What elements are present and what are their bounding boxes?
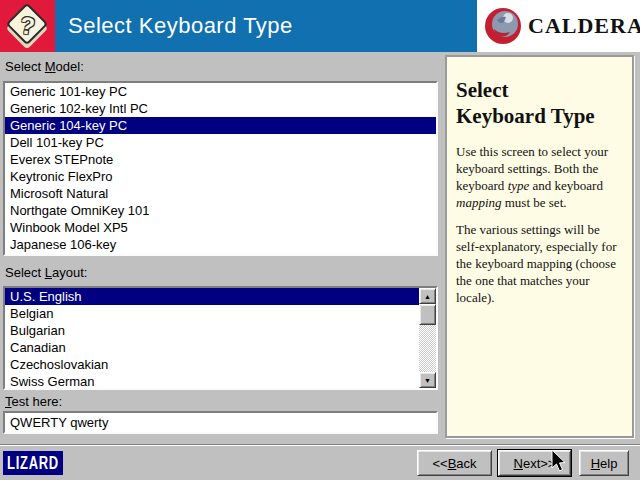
test-label: Test here: xyxy=(5,394,62,409)
caldera-wordmark: CALDERA xyxy=(528,13,640,39)
layout-listbox[interactable]: U.S. English Belgian Bulgarian Canadian … xyxy=(3,286,438,390)
step-icon-box: ? xyxy=(0,0,55,52)
list-item[interactable]: Everex STEPnote xyxy=(5,151,436,168)
help-title: SelectKeyboard Type xyxy=(456,77,623,129)
globe-icon xyxy=(484,7,522,45)
list-item[interactable]: Generic 101-key PC xyxy=(5,83,436,100)
list-item[interactable]: Bulgarian xyxy=(5,322,419,339)
list-item[interactable]: Microsoft Natural xyxy=(5,185,436,202)
list-item[interactable]: Winbook Model XP5 xyxy=(5,219,436,236)
list-item-selected[interactable]: U.S. English xyxy=(5,288,419,305)
layout-scrollbar[interactable]: ▲ ▼ xyxy=(419,288,436,388)
list-item[interactable]: Keytronic FlexPro xyxy=(5,168,436,185)
lizard-logo: LIZARD xyxy=(3,451,63,475)
back-button[interactable]: <<Back xyxy=(417,450,492,476)
list-item-selected[interactable]: Generic 104-key PC xyxy=(5,117,436,134)
help-paragraph: Use this screen to select your keyboard … xyxy=(456,143,623,211)
page-title: Select Keyboard Type xyxy=(55,13,293,39)
header-bar: Select Keyboard Type xyxy=(55,0,477,52)
scrollbar-thumb[interactable] xyxy=(419,304,436,325)
question-mark-glyph: ? xyxy=(0,0,55,52)
list-item[interactable]: Dell 101-key PC xyxy=(5,134,436,151)
footer-separator xyxy=(0,444,640,446)
list-item[interactable]: Czechoslovakian xyxy=(5,356,419,373)
scroll-down-icon[interactable]: ▼ xyxy=(419,372,436,388)
keyboard-test-input[interactable] xyxy=(3,411,438,434)
model-label: Select Model: xyxy=(5,59,84,74)
help-paragraph: The various settings will be self-explan… xyxy=(456,221,623,306)
brand-area: CALDERA xyxy=(477,0,640,52)
list-item[interactable]: Japanese 106-key xyxy=(5,236,436,253)
list-item[interactable]: Swiss German xyxy=(5,373,419,390)
list-item[interactable]: Northgate OmniKey 101 xyxy=(5,202,436,219)
list-item[interactable]: Canadian xyxy=(5,339,419,356)
mouse-cursor xyxy=(551,449,567,473)
help-button[interactable]: Help xyxy=(579,450,629,476)
scroll-up-icon[interactable]: ▲ xyxy=(419,288,436,304)
layout-rows: U.S. English Belgian Bulgarian Canadian … xyxy=(5,288,419,390)
installer-window: ? Select Keyboard Type CALDERA Select Mo… xyxy=(0,0,640,480)
layout-label: Select Layout: xyxy=(5,265,87,280)
list-item[interactable]: Belgian xyxy=(5,305,419,322)
model-listbox[interactable]: Generic 101-key PC Generic 102-key Intl … xyxy=(3,81,438,256)
help-panel: SelectKeyboard Type Use this screen to s… xyxy=(445,55,634,438)
list-item[interactable]: Generic 102-key Intl PC xyxy=(5,100,436,117)
